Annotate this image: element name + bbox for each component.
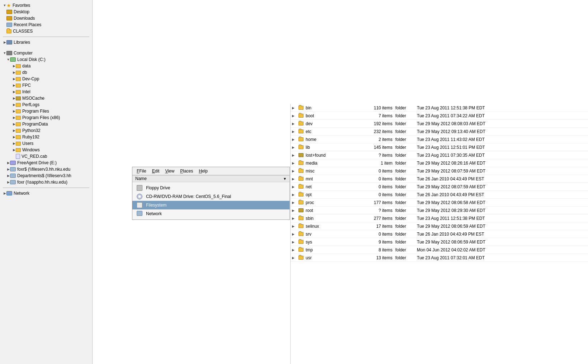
pfx86-chevron[interactable]: ▶ bbox=[12, 116, 16, 119]
menu-view[interactable]: View bbox=[162, 168, 177, 174]
expand-icon[interactable]: ▶ bbox=[292, 138, 298, 141]
places-item-filesystem[interactable]: Filesystem bbox=[132, 201, 290, 209]
table-row[interactable]: ▶ srv 0 items folder Tue 26 Jan 2010 04:… bbox=[291, 230, 588, 238]
sidebar-item-data[interactable]: ▶ data bbox=[0, 63, 92, 69]
sidebar-item-python32[interactable]: ▶ Python32 bbox=[0, 127, 92, 134]
libraries-chevron[interactable]: ▶ bbox=[3, 41, 6, 44]
sidebar-item-network[interactable]: ▶ Network bbox=[0, 190, 92, 197]
users-chevron[interactable]: ▶ bbox=[12, 142, 16, 145]
table-row[interactable]: ▶ root ? items folder Tue 29 May 2012 08… bbox=[291, 207, 588, 214]
places-item-cd[interactable]: CD-RW/DVD-RAM Drive: CentOS_5.6_Final bbox=[132, 192, 290, 201]
ruby-chevron[interactable]: ▶ bbox=[12, 135, 16, 139]
menu-places[interactable]: Places bbox=[177, 168, 196, 174]
table-row[interactable]: ▶ mnt 0 items folder Tue 26 Jan 2010 04:… bbox=[291, 175, 588, 183]
table-row[interactable]: ▶ media 1 item folder Tue 29 May 2012 08… bbox=[291, 159, 588, 167]
sidebar-item-foxr-sappho[interactable]: ▶ foxr (\\sappho.hh.nku.edu) bbox=[0, 179, 92, 185]
sidebar-item-fpc[interactable]: ▶ FPC bbox=[0, 82, 92, 89]
table-row[interactable]: ▶ bin 110 items folder Tue 23 Aug 2011 1… bbox=[291, 104, 588, 112]
sidebar-item-computer[interactable]: ▼ Computer bbox=[0, 50, 92, 56]
sidebar-item-desktop[interactable]: Desktop bbox=[0, 9, 92, 15]
sidebar-item-perflogs[interactable]: ▶ PerfLogs bbox=[0, 101, 92, 108]
table-row[interactable]: ▶ proc 177 items folder Tue 29 May 2012 … bbox=[291, 199, 588, 207]
sidebar-item-recent-places[interactable]: Recent Places bbox=[0, 22, 92, 28]
expand-icon[interactable]: ▶ bbox=[292, 201, 298, 204]
departments-chevron[interactable]: ▶ bbox=[6, 174, 10, 178]
fpc-chevron[interactable]: ▶ bbox=[12, 84, 16, 87]
computer-chevron[interactable]: ▼ bbox=[3, 51, 6, 55]
perflogs-chevron[interactable]: ▶ bbox=[12, 103, 16, 107]
menu-file[interactable]: FFile bbox=[134, 168, 149, 174]
expand-icon[interactable]: ▶ bbox=[292, 193, 298, 197]
sidebar-item-users[interactable]: ▶ Users bbox=[0, 140, 92, 147]
intel-chevron[interactable]: ▶ bbox=[12, 90, 16, 94]
sidebar-item-dev-cpp[interactable]: ▶ Dev-Cpp bbox=[0, 76, 92, 82]
menu-edit[interactable]: Edit bbox=[149, 168, 163, 174]
table-row[interactable]: ▶ sbin 277 items folder Tue 23 Aug 2011 … bbox=[291, 214, 588, 222]
network-chevron[interactable]: ▶ bbox=[3, 192, 6, 195]
table-row[interactable]: ▶ lost+found ? items folder Tue 23 Aug 2… bbox=[291, 151, 588, 159]
sidebar-item-db[interactable]: ▶ db bbox=[0, 69, 92, 76]
sidebar-item-program-files[interactable]: ▶ Program Files bbox=[0, 108, 92, 114]
expand-icon[interactable]: ▶ bbox=[292, 146, 298, 149]
table-row[interactable]: ▶ lib 145 items folder Tue 23 Aug 2011 1… bbox=[291, 143, 588, 151]
sidebar-item-vc-red[interactable]: VC_RED.cab bbox=[0, 153, 92, 160]
db-chevron[interactable]: ▶ bbox=[12, 71, 16, 74]
table-row[interactable]: ▶ tmp 8 items folder Mon 04 Jun 2012 04:… bbox=[291, 246, 588, 254]
pf-chevron[interactable]: ▶ bbox=[12, 109, 16, 113]
expand-icon[interactable]: ▶ bbox=[292, 185, 298, 189]
sidebar-item-windows[interactable]: ▶ Windows bbox=[0, 147, 92, 153]
sidebar-item-libraries[interactable]: ▶ Libraries bbox=[0, 39, 92, 46]
win-chevron[interactable]: ▶ bbox=[12, 148, 16, 152]
table-row[interactable]: ▶ misc 0 items folder Tue 29 May 2012 08… bbox=[291, 167, 588, 175]
table-row[interactable]: ▶ selinux 17 items folder Tue 29 May 201… bbox=[291, 222, 588, 230]
sidebar-item-program-files-x86[interactable]: ▶ Program Files (x86) bbox=[0, 114, 92, 121]
py-chevron[interactable]: ▶ bbox=[12, 129, 16, 132]
expand-icon[interactable]: ▶ bbox=[292, 217, 298, 220]
sidebar-item-local-disk[interactable]: ▼ Local Disk (C:) bbox=[0, 56, 92, 63]
sidebar-item-ruby192[interactable]: ▶ Ruby192 bbox=[0, 134, 92, 140]
sidebar-item-downloads[interactable]: Downloads bbox=[0, 15, 92, 22]
data-chevron[interactable]: ▶ bbox=[12, 64, 16, 68]
sidebar-item-departments[interactable]: ▶ Departments$ (\\fileserv3.hh bbox=[0, 172, 92, 179]
table-row[interactable]: ▶ etc 232 items folder Tue 29 May 2012 0… bbox=[291, 128, 588, 136]
sidebar-item-foxr-fileserv3[interactable]: ▶ foxr$ (\\fileserv3.hh.nku.edu bbox=[0, 166, 92, 172]
expand-icon[interactable]: ▶ bbox=[292, 256, 298, 260]
table-row[interactable]: ▶ boot 7 items folder Tue 23 Aug 2011 07… bbox=[291, 112, 588, 120]
sidebar-item-programdata[interactable]: ▶ ProgramData bbox=[0, 121, 92, 127]
expand-icon[interactable]: ▶ bbox=[292, 177, 298, 181]
sidebar-item-msocache[interactable]: ▶ MSOCache bbox=[0, 95, 92, 101]
expand-icon[interactable]: ▶ bbox=[292, 248, 298, 252]
expand-icon[interactable]: ▶ bbox=[292, 161, 298, 165]
table-row[interactable]: ▶ sys 9 items folder Tue 29 May 2012 08:… bbox=[291, 238, 588, 246]
expand-icon[interactable]: ▶ bbox=[292, 169, 298, 173]
pd-chevron[interactable]: ▶ bbox=[12, 122, 16, 126]
expand-icon[interactable]: ▶ bbox=[292, 153, 298, 157]
table-row[interactable]: ▶ usr 13 items folder Tue 23 Aug 2011 07… bbox=[291, 254, 588, 262]
menu-help[interactable]: Help bbox=[196, 168, 211, 174]
table-row[interactable]: ▶ opt 0 items folder Tue 26 Jan 2010 04:… bbox=[291, 191, 588, 199]
sidebar-item-classes[interactable]: CLASSES bbox=[0, 28, 92, 34]
expand-icon[interactable]: ▶ bbox=[292, 232, 298, 236]
places-item-network[interactable]: Network bbox=[132, 209, 290, 218]
sidebar-item-favorites[interactable]: ▼ ★ Favorites bbox=[0, 2, 92, 9]
places-item-floppy[interactable]: Floppy Drive bbox=[132, 184, 290, 192]
sidebar-item-intel[interactable]: ▶ Intel bbox=[0, 89, 92, 95]
foxr-sappho-chevron[interactable]: ▶ bbox=[6, 180, 10, 184]
expand-icon[interactable]: ▶ bbox=[292, 209, 298, 212]
foxr-fileserv3-chevron[interactable]: ▶ bbox=[6, 167, 10, 171]
expand-icon[interactable]: ▶ bbox=[292, 114, 298, 118]
msocache-chevron[interactable]: ▶ bbox=[12, 96, 16, 100]
expand-icon[interactable]: ▶ bbox=[292, 240, 298, 244]
expand-icon[interactable]: ▶ bbox=[292, 130, 298, 133]
free-agent-chevron[interactable]: ▶ bbox=[6, 161, 10, 165]
local-disk-chevron[interactable]: ▼ bbox=[6, 58, 10, 61]
expand-icon[interactable]: ▶ bbox=[292, 122, 298, 126]
table-row[interactable]: ▶ dev 192 items folder Tue 29 May 2012 0… bbox=[291, 120, 588, 128]
expand-icon[interactable]: ▶ bbox=[292, 224, 298, 228]
favorites-chevron[interactable]: ▼ bbox=[3, 4, 6, 7]
table-row[interactable]: ▶ home 2 items folder Tue 23 Aug 2011 11… bbox=[291, 136, 588, 143]
table-row[interactable]: ▶ net 0 items folder Tue 29 May 2012 08:… bbox=[291, 183, 588, 191]
sidebar-item-free-agent[interactable]: ▶ FreeAgent Drive (E:) bbox=[0, 160, 92, 166]
dev-cpp-chevron[interactable]: ▶ bbox=[12, 77, 16, 81]
expand-icon[interactable]: ▶ bbox=[292, 106, 298, 110]
